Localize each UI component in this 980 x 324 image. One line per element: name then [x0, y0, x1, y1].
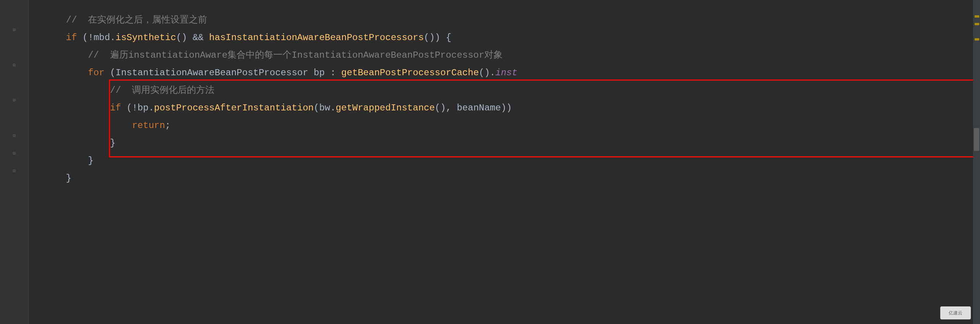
- code-text: (bw.: [314, 103, 336, 113]
- code-editor[interactable]: ⊟ ⊟ ⊟ ⊟ ⊟ ⊟ // 在实例化之后，属性设置之前 if (!mbd.is…: [0, 0, 980, 324]
- code-line: if (!mbd.isSynthetic() && hasInstantiati…: [29, 29, 980, 47]
- fold-marker-icon[interactable]: ⊟: [11, 150, 17, 156]
- comment-text: // 调用实例化后的方法: [110, 85, 215, 96]
- method-call: hasInstantiationAwareBeanPostProcessors: [209, 32, 424, 43]
- brace: }: [110, 138, 115, 148]
- brace: }: [88, 156, 93, 166]
- method-call: isSynthetic: [115, 32, 176, 43]
- method-call: getBeanPostProcessorCache: [341, 68, 479, 78]
- code-line: return;: [29, 117, 980, 134]
- keyword-if: if: [110, 103, 121, 113]
- keyword-if: if: [66, 32, 77, 43]
- code-line: // 在实例化之后，属性设置之前: [29, 11, 980, 29]
- brace: }: [66, 173, 71, 183]
- fold-marker-icon[interactable]: ⊟: [11, 62, 17, 68]
- code-line: if (!bp.postProcessAfterInstantiation(bw…: [29, 99, 980, 117]
- scroll-warning-mark[interactable]: [975, 23, 979, 25]
- keyword-for: for: [88, 68, 104, 78]
- scroll-warning-mark[interactable]: [975, 15, 979, 18]
- code-content[interactable]: // 在实例化之后，属性设置之前 if (!mbd.isSynthetic() …: [29, 0, 980, 324]
- fold-marker-icon[interactable]: ⊟: [11, 133, 17, 139]
- comment-text: // 遍历instantiationAware集合中的每一个Instantiat…: [88, 50, 503, 60]
- method-call: postProcessAfterInstantiation: [154, 103, 314, 113]
- fold-marker-icon[interactable]: ⊟: [11, 168, 17, 174]
- code-text: (: [104, 68, 115, 78]
- editor-gutter: ⊟ ⊟ ⊟ ⊟ ⊟ ⊟: [0, 0, 29, 324]
- watermark-text: 亿速云: [949, 310, 962, 316]
- method-call: getWrappedInstance: [336, 103, 435, 113]
- partial-identifier: inst: [495, 68, 518, 78]
- code-line: }: [29, 134, 980, 152]
- code-line: }: [29, 170, 980, 187]
- code-text: (!mbd.: [77, 32, 115, 43]
- code-text: (!bp.: [121, 103, 154, 113]
- code-text: ().: [479, 68, 495, 78]
- keyword-return: return: [132, 120, 165, 131]
- code-line: // 调用实例化后的方法: [29, 82, 980, 99]
- fold-marker-icon[interactable]: ⊟: [11, 27, 17, 33]
- code-line: }: [29, 152, 980, 170]
- watermark-badge: 亿速云: [940, 306, 971, 319]
- comment-text: // 在实例化之后，属性设置之前: [66, 15, 208, 25]
- vertical-scrollbar[interactable]: [973, 0, 980, 324]
- code-text: ()) {: [424, 32, 451, 43]
- scroll-warning-mark[interactable]: [975, 38, 979, 40]
- code-text: (), beanName)): [435, 103, 518, 113]
- code-text: ;: [165, 120, 170, 131]
- scroll-thumb[interactable]: [974, 128, 979, 151]
- code-line: // 遍历instantiationAware集合中的每一个Instantiat…: [29, 47, 980, 64]
- fold-marker-icon[interactable]: ⊟: [11, 97, 17, 103]
- code-text: () &&: [176, 32, 209, 43]
- type-name: InstantiationAwareBeanPostProcessor bp :: [115, 68, 341, 78]
- code-line: for (InstantiationAwareBeanPostProcessor…: [29, 64, 980, 82]
